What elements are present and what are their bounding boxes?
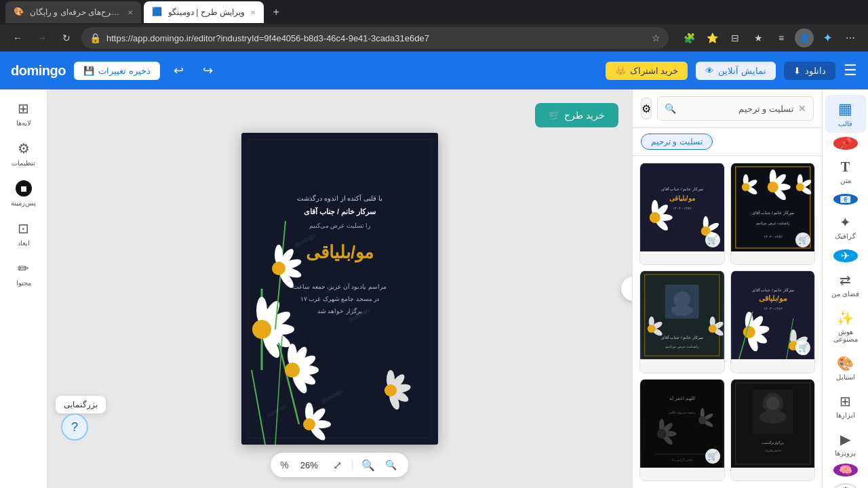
style-label: استایل [836,373,855,381]
svg-text:سرکار خانم / جناب آقای: سرکار خانم / جناب آقای [751,210,793,216]
ai-icon: ✨ [837,310,854,326]
zoom-separator [353,460,353,470]
redo-button[interactable]: ↪ [197,60,218,81]
template-card-2[interactable]: سرکار خانم / جناب آقای را تسلیت عرض می‌ک… [730,163,816,265]
address-box[interactable]: 🔒 https://app.domingo.ir/editor?industry… [81,27,669,49]
download-label: دانلود [805,66,826,76]
app-logo[interactable]: domingo [11,63,66,79]
tab-2[interactable]: 🟦 ویرایش طرح | دومینگو ✕ [144,1,264,23]
zoom-fit-button[interactable]: ⤢ [330,457,346,473]
search-filter-button[interactable]: ⚙ [641,98,652,119]
favorites-icon[interactable]: ★ [749,28,768,47]
svg-point-129 [759,410,786,424]
buy-label: خرید طرح [564,110,605,121]
logo-text: domingo [11,63,66,78]
svg-point-25 [272,262,285,275]
right-tool-settings-bottom[interactable]: ⚙ [833,483,858,488]
star-icon[interactable]: ☆ [652,33,660,43]
search-input[interactable] [680,104,794,114]
right-tool-brain[interactable]: 🧠 [833,464,858,476]
settings-label: تنظیمات [12,159,35,167]
filter-tab-condolence[interactable]: تسلیت و ترحیم [641,134,713,150]
search-clear-icon[interactable]: ✕ [798,103,806,114]
right-tool-template[interactable]: ▦ قالب [825,95,866,133]
right-tool-preview[interactable]: ▶ پرویزها [825,426,866,462]
tab1-close[interactable]: ✕ [127,9,133,16]
edge-copilot-icon[interactable]: ✦ [818,28,837,47]
svg-text:رحمت بر روح پاکش: رحمت بر روح پاکش [669,410,696,415]
search-icon: 🔍 [665,103,676,114]
sidebar-tool-layers[interactable]: ⊞ لایه‌ها [3,95,44,132]
svg-text:را تسلیت عرض می‌کنیم: را تسلیت عرض می‌کنیم [309,222,371,230]
save-button[interactable]: 💾 ذخیره تغییرات [74,62,160,80]
refresh-button[interactable]: ↻ [57,28,76,47]
sidebar-tool-settings[interactable]: ⚙ تنظیمات [3,135,44,172]
svg-text:سرکار خانم / جناب آقای: سرکار خانم / جناب آقای [751,287,793,293]
template-card-6[interactable]: بزرگوار درگذشت خدایش بیامرزاد [730,379,816,481]
right-tool-blue[interactable]: 📧 [833,194,858,205]
right-tool-space[interactable]: ⇄ فضای من [825,266,866,303]
extensions-icon[interactable]: 🧩 [679,28,698,47]
svg-point-89 [648,325,656,333]
undo-button[interactable]: ↩ [168,60,189,81]
forward-button[interactable]: → [33,28,52,47]
save-label: ذخیره تغییرات [98,66,151,76]
template-card-4[interactable]: سرکار خانم / جناب آقای مو/بلیاقی ۱۳۰۳ - … [730,270,816,373]
search-box: ✕ 🔍 [657,96,814,121]
pin-icon: 📌 [839,137,852,150]
right-tool-text[interactable]: T متن [825,154,866,190]
zoom-in-button[interactable]: 🔍 [383,457,399,473]
right-tool-graphic[interactable]: ✦ گرافیک [825,209,866,245]
canvas-container[interactable]: domingo domingo domingo domingo با قلبی … [241,133,438,445]
sidebar-tool-content[interactable]: ✏ محتوا [3,255,44,292]
zoom-out-button[interactable]: 🔍 [360,457,376,473]
svg-text:خدایش بیامرزاد: خدایش بیامرزاد [764,449,781,452]
template-label: قالب [838,120,852,127]
content-label: محتوا [16,279,31,287]
text-icon: T [841,159,850,175]
filter-tab-condolence-label: تسلیت و ترحیم [651,137,703,146]
tab-1[interactable]: 🎨 قالب‌ها و طرح‌های حرفه‌ای و رایگان ✕ [5,1,141,23]
hub-icon[interactable]: ≡ [772,28,791,47]
canvas-next-button[interactable]: › [621,277,632,301]
template-card-1[interactable]: سرکار خانم / جناب آقای مو/بلیاقی ۱۳۰۳ - … [639,163,725,265]
tab2-close[interactable]: ✕ [250,9,256,16]
help-button[interactable]: ? [61,413,88,441]
template-card-3[interactable]: سرکار خانم / جناب آقای را تسلیت عرض می‌ک… [639,270,725,373]
svg-text:مو/بلیاقی: مو/بلیاقی [306,242,374,263]
download-button[interactable]: ⬇ دانلود [784,62,835,80]
share-button[interactable]: 👁 نمایش آنلاین [696,62,776,80]
svg-text:با قلبی آکنده از اندوه درگذشت: با قلبی آکنده از اندوه درگذشت [297,194,382,203]
right-tool-telegram[interactable]: ✈ [833,249,858,262]
right-tool-style[interactable]: 🎨 استایل [825,350,866,386]
right-tool-special-red[interactable]: 📌 [833,137,858,150]
more-options-icon[interactable]: ⋯ [841,28,860,47]
svg-point-10 [252,320,271,339]
back-button[interactable]: ← [8,28,27,47]
template-card-5[interactable]: اللهم اغفر له رحمت بر روح پاکش یادش گرام… [639,379,725,481]
premium-button[interactable]: 👑 خرید اشتراک [606,62,688,80]
profile-button[interactable]: 👤 [795,28,814,47]
split-icon[interactable]: ⊟ [726,28,745,47]
text-label: متن [840,177,851,184]
zoom-level: 26% [296,460,323,470]
tools-icon: ⊞ [840,393,851,409]
address-actions: ☆ [652,33,660,43]
sidebar-tool-dimensions[interactable]: ⊡ ابعاد [3,215,44,252]
graphic-label: گرافیک [835,232,856,240]
svg-text:را تسلیت عرض می‌کنیم: را تسلیت عرض می‌کنیم [665,344,699,349]
right-tool-ai[interactable]: ✨ هوش مصنوعی [825,304,866,348]
template-2-buy-icon[interactable]: 🛒 [795,232,810,247]
percent-icon: % [280,460,288,470]
template-5-buy-icon[interactable]: 🛒 [705,449,720,464]
tab-add-button[interactable]: + [267,3,285,22]
buy-design-button[interactable]: 🛒 خرید طرح [535,103,618,127]
zoom-tooltip-text: بزرگنمایی [64,400,98,409]
template-1-buy-icon[interactable]: 🛒 [705,232,720,247]
svg-text:مو/بلیاقی: مو/بلیاقی [758,294,787,303]
collections-icon[interactable]: ⭐ [703,28,722,47]
settings-icon: ⚙ [18,140,30,157]
right-tool-tools[interactable]: ⊞ ابزارها [825,388,866,424]
menu-button[interactable]: ☰ [844,62,857,79]
sidebar-tool-bg[interactable]: ◼ پس‌زمینه [3,175,44,212]
